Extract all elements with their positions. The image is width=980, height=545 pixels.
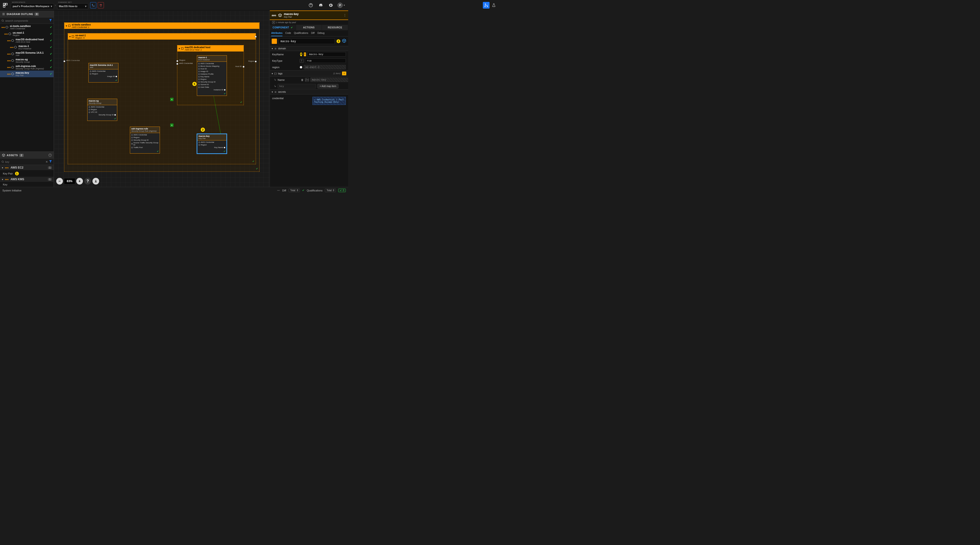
subtab-code[interactable]: Code: [285, 30, 291, 36]
diff-total-pill: Total: 8: [289, 188, 300, 192]
status-diff-label[interactable]: Diff: [282, 189, 286, 192]
outline-item[interactable]: aws macos-key Key Pair ✔: [0, 70, 54, 77]
subtab-diff[interactable]: Diff: [311, 30, 315, 36]
filter-icon[interactable]: [49, 160, 52, 164]
merge-button[interactable]: [90, 2, 96, 8]
annotation-2: 2: [200, 127, 205, 132]
port-region-out[interactable]: [255, 61, 257, 62]
attr-keyname-input[interactable]: [307, 52, 346, 56]
function-icon[interactable]: ƒ(x): [305, 78, 309, 82]
asset-item[interactable]: Key Pair1: [0, 171, 54, 177]
credential-value[interactable]: → AWS Credential / Paul Testing Assume R…: [312, 97, 346, 105]
more-icon[interactable]: ⋮: [344, 14, 346, 17]
help-icon[interactable]: ?: [48, 153, 52, 157]
download-button[interactable]: [92, 178, 99, 185]
assets-search-input[interactable]: [5, 161, 45, 163]
component-name-input[interactable]: [278, 38, 335, 44]
color-swatch[interactable]: [272, 38, 277, 44]
port-aws-credential[interactable]: [177, 63, 178, 65]
text-input-icon: I: [304, 53, 306, 56]
outline-item[interactable]: aws ssh-ingress-rule Security Group Rule…: [0, 64, 54, 70]
filter-icon[interactable]: [49, 19, 52, 23]
node-rule[interactable]: ssh-ingress-ruleSecurity Group Rule (Ing…: [130, 127, 160, 153]
status-qual-label[interactable]: Qualifications: [307, 189, 323, 192]
delete-tag-icon[interactable]: 🗑: [301, 78, 304, 81]
check-icon: ✔: [291, 26, 293, 29]
cube-icon: [278, 13, 282, 17]
clear-search-icon[interactable]: ✕: [46, 160, 48, 164]
section-tags[interactable]: ▾ { } tags (1 item) I: [270, 70, 348, 76]
chevron-down-icon: ▾: [179, 47, 180, 50]
discord-icon[interactable]: [317, 2, 324, 9]
add-map-item-button[interactable]: + Add map item: [317, 84, 339, 88]
tab-resource[interactable]: RESOURCE: [322, 25, 348, 30]
frame-region-header[interactable]: ▾ us-east-1 Region: 5: [68, 33, 256, 40]
frame-host-sub: AWS EC2 Host: 1: [185, 49, 210, 51]
help-button[interactable]: ?: [84, 178, 91, 185]
tag-name-input[interactable]: [310, 78, 348, 82]
node-ec2[interactable]: macos-1EC2 InstanceAWS CredentialBlock D…: [197, 55, 227, 96]
annotation-3: 3: [336, 39, 340, 43]
diagram-canvas[interactable]: ▾ si-tools-sandbox AWS Credential: 1 AWS…: [54, 11, 270, 187]
port-region-in[interactable]: [177, 60, 178, 62]
tag-key-input[interactable]: [278, 84, 316, 88]
outline-item[interactable]: aws macOS Sonoma 14.6.1 AMI ✔: [0, 51, 54, 57]
zoom-in-button[interactable]: +: [76, 178, 83, 185]
svg-line-13: [3, 21, 4, 22]
asset-category[interactable]: ▾aws AWS KMS 1: [0, 177, 54, 182]
add-connection-button[interactable]: +: [170, 98, 173, 101]
tab-component[interactable]: COMPONENT ✔: [270, 25, 296, 30]
node-sg[interactable]: macos-sgSecurity GroupAWS CredentialRegi…: [87, 99, 117, 121]
settings-icon[interactable]: [328, 2, 334, 9]
frame-host-header[interactable]: ▾ macOS dedicated host AWS EC2 Host: 1: [177, 45, 243, 51]
cube-icon[interactable]: [342, 38, 346, 44]
node-key[interactable]: macos-keyKey PairAWS CredentialRegionKey…: [197, 134, 227, 154]
help-icon[interactable]: [307, 2, 314, 9]
diff-icon: 〰: [277, 189, 280, 192]
qual-total-pill: Total: 8: [325, 188, 336, 192]
section-domain[interactable]: ▾ domain: [270, 46, 348, 51]
frame-sandbox-header[interactable]: ▾ si-tools-sandbox AWS Credential: 1: [64, 23, 259, 29]
changeset-dropdown[interactable]: MacOS How-to ▾: [57, 3, 88, 9]
svg-point-4: [94, 6, 94, 6]
attr-keytype-label: KeyType: [272, 59, 298, 62]
outline-item[interactable]: aws macos-sg Security Group ✔: [0, 57, 54, 64]
outline-item[interactable]: aws us-east-1 Region ✔: [0, 30, 54, 37]
annotation-5: 5: [192, 81, 197, 86]
frame-host-title: macOS dedicated host: [185, 46, 210, 49]
subtab-attributes[interactable]: Attributes: [271, 30, 282, 36]
port-docker[interactable]: [255, 36, 257, 38]
outline-search-input[interactable]: [5, 19, 48, 22]
outline-item[interactable]: aws macos-1 EC2 Instance ✔: [0, 44, 54, 51]
node-ami[interactable]: macOS Sonoma 14.6.1AMIAWS CredentialRegi…: [88, 63, 118, 83]
asset-category[interactable]: ▾aws AWS EC2 1: [0, 165, 54, 171]
zoom-out-button[interactable]: −: [56, 178, 63, 185]
check-icon: ✔: [240, 101, 242, 104]
svg-point-12: [2, 19, 3, 21]
expand-history-icon[interactable]: +: [272, 21, 275, 24]
svg-rect-20: [72, 35, 74, 37]
port-aws-credential[interactable]: [64, 60, 65, 62]
add-connection-button[interactable]: +: [170, 123, 173, 127]
workspace-value: paul's Production Workspace: [13, 5, 49, 8]
port-label-aws-cred: AWS Credential: [179, 62, 193, 64]
user-avatar[interactable]: P: [337, 3, 343, 8]
chevron-down-icon: ▾: [69, 35, 70, 38]
tab-actions[interactable]: ACTIONS: [296, 25, 322, 30]
attr-region-input[interactable]: [304, 65, 346, 69]
frame-sandbox-sub: AWS Credential: 1: [72, 26, 91, 29]
component-header: aws macos-key Key Pair ⋮: [270, 11, 348, 20]
asset-item[interactable]: Key: [0, 182, 54, 187]
workspace-dropdown[interactable]: paul's Production Workspace ▾: [11, 3, 54, 9]
svg-line-17: [3, 162, 4, 163]
port-hostid[interactable]: [243, 66, 245, 68]
subtab-qualifications[interactable]: Qualifications: [294, 30, 308, 36]
attr-keytype-select[interactable]: rsa: [305, 58, 346, 63]
outline-item[interactable]: aws macOS dedicated host AWS EC2 Host ✔: [0, 37, 54, 44]
delete-changeset-button[interactable]: [98, 2, 104, 8]
outline-item[interactable]: aws si-tools-sandbox AWS Credential ✔: [0, 24, 54, 30]
chevron-down-icon: ▾: [344, 4, 345, 6]
app-logo[interactable]: [0, 0, 11, 11]
subtab-debug[interactable]: Debug: [317, 30, 325, 36]
section-secrets[interactable]: ▾ secrets: [270, 89, 348, 94]
